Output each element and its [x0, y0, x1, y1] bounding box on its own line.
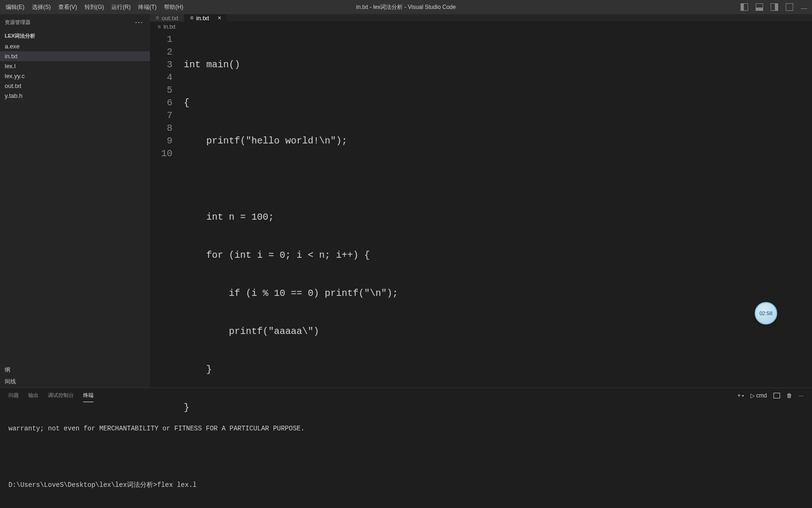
code-line: printf("hello world!\n");: [184, 135, 812, 147]
line-number: 7: [150, 109, 172, 122]
file-y-tab-h[interactable]: y.tab.h: [0, 91, 150, 101]
title-bar: 编辑(E) 选择(S) 查看(V) 转到(G) 运行(R) 终端(T) 帮助(H…: [0, 0, 812, 14]
window-title: in.txt - lex词法分析 - Visual Studio Code: [356, 3, 456, 11]
tab-label: in.txt: [196, 15, 209, 22]
panel-tab-problems[interactable]: 问题: [8, 389, 19, 402]
menu-select[interactable]: 选择(S): [28, 1, 55, 13]
term-line: D:\Users\LoveS\Desktop\lex\lex词法分析>flex …: [8, 480, 804, 490]
breadcrumb[interactable]: ≡ in.txt: [150, 22, 812, 32]
panel-tab-debug[interactable]: 调试控制台: [48, 389, 74, 402]
close-icon[interactable]: ×: [218, 14, 221, 22]
file-lex-l[interactable]: lex.l: [0, 61, 150, 71]
code-line: for (int i = 0; i < n; i++) {: [184, 249, 812, 262]
line-number: 3: [150, 58, 172, 71]
panel-tab-terminal[interactable]: 终端: [83, 389, 94, 402]
code-line: }: [184, 363, 812, 376]
code-content[interactable]: int main() { printf("hello world!\n"); i…: [184, 33, 812, 439]
explorer-more-icon[interactable]: ···: [135, 17, 143, 27]
layout-panel-icon[interactable]: [756, 3, 763, 11]
breadcrumb-file: in.txt: [164, 24, 175, 30]
menu-edit[interactable]: 编辑(E): [2, 1, 28, 13]
project-name[interactable]: LEX词法分析: [0, 31, 150, 41]
text-file-icon: ≡: [190, 15, 193, 21]
split-terminal-icon[interactable]: [773, 393, 780, 398]
term-line: warranty; not even for MERCHANTABILITY o…: [8, 424, 804, 433]
line-number: 4: [150, 71, 172, 84]
panel-actions: +▾ ▷ cmd 🗑 ···: [737, 392, 804, 399]
layout-secondary-icon[interactable]: [771, 3, 778, 11]
code-editor[interactable]: 1 2 3 4 5 6 7 8 9 10 int main() { printf…: [150, 32, 812, 439]
menu-help[interactable]: 帮助(H): [160, 1, 187, 13]
title-controls: [741, 3, 807, 11]
term-line: [8, 452, 804, 461]
more-icon[interactable]: ···: [799, 392, 804, 399]
sidebar-sections: 纲 间线: [0, 364, 150, 388]
menu-go[interactable]: 转到(G): [81, 1, 108, 13]
timeline-section[interactable]: 间线: [0, 376, 150, 388]
menu-bar: 编辑(E) 选择(S) 查看(V) 转到(G) 运行(R) 终端(T) 帮助(H…: [0, 1, 187, 13]
file-out-txt[interactable]: out.txt: [0, 81, 150, 91]
line-number: 1: [150, 33, 172, 46]
code-line: {: [184, 96, 812, 109]
file-in-txt[interactable]: in.txt: [0, 51, 150, 61]
explorer-sidebar: 资源管理器 ··· LEX词法分析 a.exe in.txt lex.l lex…: [0, 14, 150, 388]
tab-in-txt[interactable]: ≡ in.txt ×: [184, 14, 227, 22]
file-lex-yy-c[interactable]: lex.yy.c: [0, 71, 150, 81]
new-terminal-button[interactable]: +▾: [737, 392, 744, 399]
code-line: }: [184, 401, 812, 414]
terminal-profile[interactable]: ▷ cmd: [750, 392, 767, 399]
trash-icon[interactable]: 🗑: [787, 392, 792, 399]
terminal-output[interactable]: warranty; not even for MERCHANTABILITY o…: [0, 403, 812, 508]
line-number: 6: [150, 96, 172, 109]
layout-custom-icon[interactable]: [786, 3, 793, 11]
menu-terminal[interactable]: 终端(T): [134, 1, 160, 13]
menu-view[interactable]: 查看(V): [55, 1, 81, 13]
minimize-icon[interactable]: [801, 5, 807, 9]
explorer-header: 资源管理器 ···: [0, 14, 150, 31]
terminal-name: cmd: [756, 392, 767, 399]
timer-value: 02:58: [759, 310, 773, 316]
layout-primary-icon[interactable]: [741, 3, 748, 11]
outline-section[interactable]: 纲: [0, 364, 150, 376]
line-number: 9: [150, 135, 172, 147]
text-file-icon: ≡: [157, 24, 161, 30]
editor-area: ≡ out.txt ≡ in.txt × ≡ in.txt 1 2 3 4 5 …: [150, 14, 812, 388]
code-line: [184, 173, 812, 185]
file-a-exe[interactable]: a.exe: [0, 41, 150, 51]
code-line: int n = 100;: [184, 211, 812, 223]
text-file-icon: ≡: [156, 15, 159, 21]
timer-overlay: 02:58: [755, 302, 777, 325]
editor-tabs: ≡ out.txt ≡ in.txt ×: [150, 14, 812, 22]
file-list: a.exe in.txt lex.l lex.yy.c out.txt y.ta…: [0, 41, 150, 364]
code-line: int main(): [184, 58, 812, 71]
terminal-icon: ▷: [750, 392, 755, 399]
panel-tab-output[interactable]: 输出: [28, 389, 39, 402]
code-line: printf("aaaaa\"): [184, 325, 812, 338]
line-number: 5: [150, 84, 172, 96]
line-number: 2: [150, 46, 172, 58]
line-number: 10: [150, 147, 172, 160]
tab-out-txt[interactable]: ≡ out.txt: [150, 14, 184, 22]
menu-run[interactable]: 运行(R): [108, 1, 134, 13]
line-number: 8: [150, 122, 172, 135]
line-gutter: 1 2 3 4 5 6 7 8 9 10: [150, 33, 184, 439]
explorer-title: 资源管理器: [5, 19, 31, 26]
tab-label: out.txt: [162, 15, 178, 22]
code-line: if (i % 10 == 0) printf("\n");: [184, 287, 812, 300]
